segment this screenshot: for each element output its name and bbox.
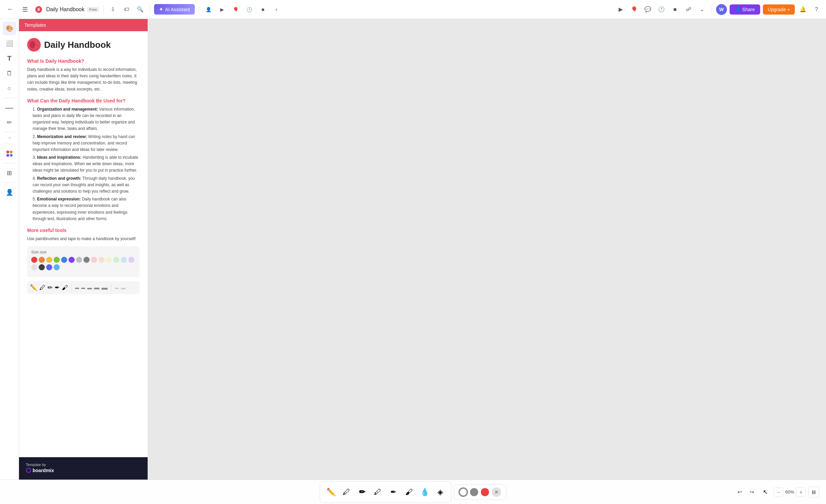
menu-button[interactable]: ☰ (19, 3, 31, 16)
color-gray[interactable] (470, 488, 478, 496)
undo-button[interactable]: ↩ (734, 487, 745, 498)
download-button[interactable]: ⇩ (108, 4, 118, 15)
zoom-out-button[interactable]: − (774, 487, 783, 497)
swatch-7 (76, 257, 82, 263)
play-button[interactable]: ▶ (615, 4, 626, 15)
brush-icon-1: ✏️ (30, 284, 37, 291)
zoom-control: − 60% + (774, 487, 806, 497)
brush-size-2: ▬ (81, 285, 85, 290)
list-item-1: 1. Organization and management: Various … (33, 106, 139, 132)
palette-icon[interactable]: 🎨 (3, 22, 16, 35)
timer-button[interactable]: 🕐 (656, 4, 667, 15)
what-is-title: What Is Daily Handbook? (27, 58, 139, 64)
boardmix-brand: boardmix (33, 468, 54, 473)
search-button[interactable]: 🔍 (135, 4, 146, 15)
brush-tool[interactable]: 🖌 (401, 484, 416, 501)
grid-view-button[interactable]: ■ (670, 4, 680, 15)
more-icon: ··· (8, 135, 11, 141)
list-item-4: 4. Reflection and growth: Through daily … (33, 175, 139, 195)
upgrade-label: Upgrade + (768, 7, 790, 12)
tag-button[interactable]: 🏷 (121, 4, 132, 15)
canvas-wrapper[interactable]: Example Work here 📚 (148, 19, 826, 480)
color-swatches (31, 257, 135, 270)
bottom-toolbar: ✏️ 🖊 ✏ 🖊 ✒ 🖌 💧 ◈ ✕ ↩ ↪ (0, 480, 826, 504)
text-icon[interactable]: T (3, 52, 16, 65)
dropper-tool[interactable]: 💧 (417, 484, 432, 501)
swatch-15 (31, 264, 37, 270)
color-red[interactable] (481, 488, 489, 496)
swatch-1 (31, 257, 37, 263)
filter-button[interactable]: ☍ (683, 4, 694, 15)
minimap-button[interactable]: ⊟ (808, 487, 819, 498)
list-item-5: 5. Emotional expression: Daily handbook … (33, 196, 139, 222)
swatch-13 (121, 257, 127, 263)
circle-icon[interactable]: ○ (3, 81, 16, 95)
bottom-right-controls: ↩ ↪ ↖ − 60% + ⊟ (734, 487, 819, 498)
fountain-pen-tool[interactable]: 🖊 (339, 484, 354, 501)
marker-icon: 🖊 (374, 488, 381, 497)
swatch-2 (39, 257, 45, 263)
app-logo-icon: B (34, 5, 43, 14)
doc-logo-title: Daily Handbook (44, 40, 111, 50)
color-transparent[interactable] (459, 488, 467, 496)
eraser-tool[interactable]: ◈ (433, 484, 448, 501)
table-icon[interactable]: ⊞ (3, 166, 16, 180)
redo-button[interactable]: ↪ (747, 487, 757, 498)
marker-tool[interactable]: 🖊 (370, 484, 385, 501)
swatch-12 (113, 257, 119, 263)
list-item-3: 3. Ideas and inspirations: Handwriting i… (33, 154, 139, 174)
upgrade-button[interactable]: Upgrade + (763, 4, 795, 15)
avatar-letter: W (719, 7, 724, 12)
celebrate-button[interactable]: 🎈 (629, 4, 640, 15)
line-icon[interactable]: — (3, 101, 16, 114)
user-add-icon[interactable]: 👤 (3, 186, 16, 199)
swatch-10 (98, 257, 105, 263)
eraser-icon: ◈ (437, 488, 443, 497)
calligraphy-icon: ✒ (390, 488, 396, 497)
sidebar-divider-4 (4, 163, 15, 163)
collab-icon-5[interactable]: ■ (258, 4, 268, 15)
brush-icon-2: 🖊 (39, 284, 45, 291)
what-is-body: Daily handbook is a way for individuals … (27, 66, 139, 93)
main-area: 🎨 ⬜ T 🗒 ○ — ✏ ··· ⊞ 👤 Templates (0, 19, 826, 480)
tool-group: ✏️ 🖊 ✏ 🖊 ✒ 🖌 💧 ◈ (320, 481, 451, 503)
left-panel: Templates Daily Handbook What Is Daily H… (19, 19, 148, 480)
collab-icon-4[interactable]: 🕐 (244, 4, 255, 15)
pen-tool[interactable]: ✏️ (323, 484, 338, 501)
shape-icon[interactable]: ⬜ (3, 37, 16, 50)
templates-header: Templates (19, 19, 148, 31)
brush-icon-3: ✏ (48, 284, 53, 291)
swatch-18 (54, 264, 60, 270)
collab-icon-3[interactable]: 🎈 (230, 4, 241, 15)
collab-icon-1[interactable]: 👤 (203, 4, 214, 15)
pen-icon[interactable]: ✏ (3, 116, 16, 129)
zoom-in-button[interactable]: + (796, 487, 806, 497)
comment-button[interactable]: 💬 (642, 4, 653, 15)
pencil-tool[interactable]: ✏ (355, 484, 370, 501)
ai-assistant-button[interactable]: ✦ AI Assistant (154, 4, 195, 15)
separator-2 (150, 5, 150, 14)
footer-template-by: Template by (26, 463, 54, 467)
help-button[interactable]: ? (811, 4, 822, 15)
ai-assistant-label: AI Assistant (165, 7, 190, 12)
boardmix-icon: ⬡ (26, 467, 31, 474)
bell-button[interactable]: 🔔 (797, 4, 808, 15)
left-panel-content[interactable]: Daily Handbook What Is Daily Handbook? D… (19, 31, 148, 457)
swatch-9 (91, 257, 97, 263)
close-color-button[interactable]: ✕ (492, 487, 501, 497)
share-label: Share (742, 7, 755, 12)
sidebar-divider-5 (4, 182, 15, 183)
brush-icon-5: 🖌 (62, 284, 68, 291)
back-button[interactable]: ← (4, 3, 16, 16)
share-icon: 👤 (735, 7, 741, 12)
collab-icon-2[interactable]: ▶ (217, 4, 228, 15)
color-swatch-icon[interactable] (3, 147, 16, 160)
brush-light-1: ▬ (115, 285, 119, 290)
view-toggle-button[interactable]: ‹ (271, 4, 282, 15)
swatch-5 (61, 257, 67, 263)
calligraphy-tool[interactable]: ✒ (386, 484, 401, 501)
sticky-note-icon[interactable]: 🗒 (3, 66, 16, 80)
expand-button[interactable]: ⌄ (697, 4, 708, 15)
share-button[interactable]: 👤 Share (730, 4, 760, 15)
cursor-tool[interactable]: ↖ (760, 487, 771, 498)
